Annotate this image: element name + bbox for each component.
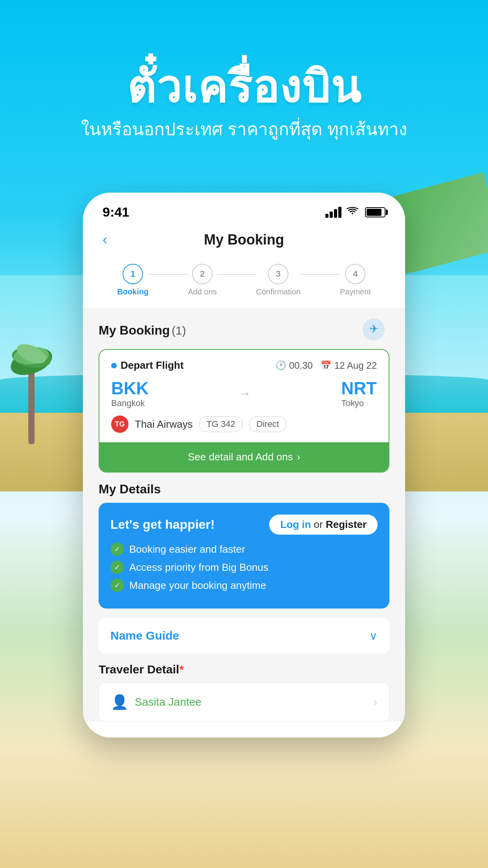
palm-tree-icon bbox=[8, 318, 55, 444]
booking-count: (1) bbox=[172, 324, 186, 337]
step-2-circle: 2 bbox=[192, 264, 213, 284]
name-guide-toggle[interactable]: Name Guide ∨ bbox=[110, 629, 378, 642]
details-title: My Details bbox=[99, 482, 389, 497]
traveler-input[interactable]: 👤 Sasita Jantee › bbox=[99, 682, 389, 722]
details-section: My Details Let's get happier! Log in or … bbox=[99, 482, 389, 609]
step-1-circle: 1 bbox=[123, 264, 143, 284]
login-feature-text-2: Access priority from Big Bonus bbox=[129, 561, 268, 574]
hero-title: ตั๋วเครื่องบิน bbox=[0, 63, 488, 111]
step-line-1 bbox=[149, 274, 188, 275]
booking-flight-icon: ✈ bbox=[358, 318, 389, 343]
step-1[interactable]: 1 Booking bbox=[117, 264, 149, 296]
login-feature-text-1: Booking easier and faster bbox=[129, 543, 245, 555]
airline-logo: TG bbox=[111, 416, 128, 433]
step-3-circle: 3 bbox=[268, 264, 288, 284]
calendar-icon: 📅 bbox=[321, 360, 331, 371]
name-guide-section: Name Guide ∨ bbox=[99, 618, 389, 653]
back-button[interactable]: ‹ bbox=[103, 232, 107, 248]
login-register-button[interactable]: Log in or Register bbox=[269, 515, 378, 535]
check-icon-3: ✓ bbox=[110, 579, 124, 592]
flight-meta: 🕐 00.30 📅 12 Aug 22 bbox=[275, 360, 377, 371]
dest-city: Tokyo bbox=[341, 398, 377, 408]
login-feature-3: ✓ Manage your booking anytime bbox=[110, 579, 378, 592]
step-3-label: Confirmation bbox=[256, 287, 301, 296]
step-2[interactable]: 2 Add ons bbox=[188, 264, 216, 296]
cta-arrow: › bbox=[297, 451, 300, 463]
flight-number-badge: TG 342 bbox=[199, 416, 242, 432]
step-line-3 bbox=[301, 274, 340, 275]
status-time: 9:41 bbox=[103, 204, 129, 220]
depart-label: Depart Flight bbox=[111, 359, 183, 371]
check-icon-2: ✓ bbox=[110, 561, 124, 574]
step-4[interactable]: 4 Payment bbox=[340, 264, 371, 296]
login-card: Let's get happier! Log in or Register ✓ … bbox=[99, 503, 389, 609]
origin-city: Bangkok bbox=[111, 398, 149, 408]
phone-mockup: 9:41 bbox=[83, 193, 405, 737]
cta-label: See detail and Add ons bbox=[188, 451, 293, 463]
booking-section-header: My Booking (1) ✈ bbox=[99, 308, 389, 349]
name-guide-title: Name Guide bbox=[110, 629, 179, 642]
step-2-label: Add ons bbox=[188, 287, 216, 296]
status-bar: 9:41 bbox=[83, 193, 405, 224]
flight-date: 📅 12 Aug 22 bbox=[321, 360, 377, 371]
airline-name: Thai Airways bbox=[135, 418, 193, 430]
flight-card-cta[interactable]: See detail and Add ons › bbox=[99, 442, 389, 472]
traveler-arrow-icon: › bbox=[374, 696, 377, 708]
step-line-2 bbox=[217, 274, 256, 275]
origin: BKK Bangkok bbox=[111, 379, 149, 408]
traveler-detail-title: Traveler Detail* bbox=[99, 663, 389, 676]
flight-time: 🕐 00.30 bbox=[275, 360, 313, 371]
login-top: Let's get happier! Log in or Register bbox=[110, 515, 378, 535]
step-1-label: Booking bbox=[117, 287, 149, 296]
phone-inner: 9:41 bbox=[83, 193, 405, 722]
hero-subtitle: ในหรือนอกประเทศ ราคาถูกที่สุด ทุกเส้นทาง bbox=[0, 115, 488, 143]
page-title: My Booking bbox=[204, 232, 284, 248]
login-feature-2: ✓ Access priority from Big Bonus bbox=[110, 561, 378, 574]
hero-section: ตั๋วเครื่องบิน ในหรือนอกประเทศ ราคาถูกที… bbox=[0, 63, 488, 143]
login-label: Log in bbox=[280, 519, 311, 530]
step-3[interactable]: 3 Confirmation bbox=[256, 264, 301, 296]
signal-icon bbox=[325, 207, 341, 218]
airline-info: TG Thai Airways TG 342 Direct bbox=[111, 416, 377, 433]
register-label: Register bbox=[326, 519, 367, 530]
destination: NRT Tokyo bbox=[341, 379, 377, 408]
status-icons bbox=[325, 206, 385, 219]
svg-text:TG: TG bbox=[115, 420, 125, 428]
required-star: * bbox=[179, 663, 184, 676]
route-arrow-icon: → bbox=[156, 387, 333, 400]
person-icon: 👤 bbox=[111, 694, 128, 710]
battery-icon bbox=[365, 207, 385, 217]
flight-route: BKK Bangkok → NRT Tokyo bbox=[111, 379, 377, 408]
step-4-circle: 4 bbox=[345, 264, 365, 284]
progress-steps: 1 Booking 2 Add ons 3 Confirmation bbox=[83, 256, 405, 308]
depart-dot bbox=[111, 363, 117, 368]
booking-title: My Booking bbox=[99, 323, 170, 337]
or-label: or bbox=[314, 519, 326, 530]
app-header: ‹ My Booking bbox=[83, 224, 405, 256]
wifi-icon bbox=[346, 206, 359, 219]
stops-badge: Direct bbox=[249, 416, 286, 432]
flight-card-inner: Depart Flight 🕐 00.30 📅 12 Aug 22 bbox=[99, 350, 389, 442]
flight-card: Depart Flight 🕐 00.30 📅 12 Aug 22 bbox=[99, 349, 389, 473]
clock-icon: 🕐 bbox=[275, 360, 286, 371]
login-feature-text-3: Manage your booking anytime bbox=[129, 579, 266, 592]
traveler-section: Traveler Detail* 👤 Sasita Jantee › bbox=[99, 663, 389, 722]
step-4-label: Payment bbox=[340, 287, 371, 296]
check-icon-1: ✓ bbox=[110, 542, 124, 556]
dest-code: NRT bbox=[341, 379, 377, 398]
login-heading: Let's get happier! bbox=[110, 517, 215, 532]
origin-code: BKK bbox=[111, 379, 149, 398]
chevron-down-icon: ∨ bbox=[369, 629, 378, 642]
main-content: My Booking (1) ✈ bbox=[83, 308, 405, 722]
login-feature-1: ✓ Booking easier and faster bbox=[110, 542, 378, 556]
traveler-name: Sasita Jantee bbox=[135, 696, 367, 708]
flight-header: Depart Flight 🕐 00.30 📅 12 Aug 22 bbox=[111, 359, 377, 371]
svg-text:✈: ✈ bbox=[369, 323, 378, 335]
